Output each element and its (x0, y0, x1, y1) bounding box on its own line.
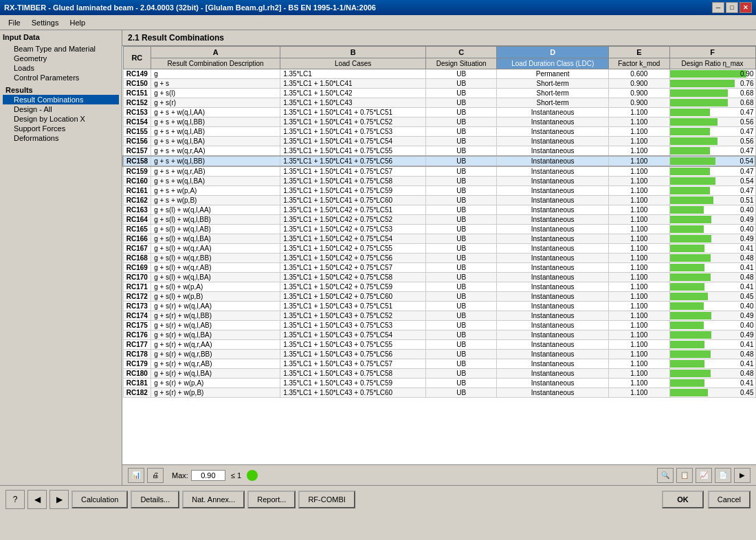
footer-view-btn-4[interactable]: 📄 (715, 468, 731, 483)
sidebar-item-loads[interactable]: Loads (3, 63, 119, 73)
cell-sit: UB (426, 117, 497, 127)
cell-kmod: 1.100 (609, 254, 669, 263)
report-button[interactable]: Report... (247, 491, 296, 508)
table-row[interactable]: RC173 g + s(r) + w(q,l,AA) 1.35*LC1 + 1.… (123, 302, 755, 311)
table-row[interactable]: RC172 g + s(l) + w(p,B) 1.35*LC1 + 1.50*… (123, 292, 755, 302)
menu-file[interactable]: File (3, 17, 26, 28)
sidebar-item-deformations[interactable]: Deformations (3, 133, 119, 143)
table-row[interactable]: RC168 g + s(l) + w(q,r,BB) 1.35*LC1 + 1.… (123, 254, 755, 263)
cell-ratio: 0.49 (669, 311, 755, 321)
cell-kmod: 1.100 (609, 205, 669, 215)
table-row[interactable]: RC162 g + s + w(p,B) 1.35*LC1 + 1.50*LC4… (123, 196, 755, 205)
cell-kmod: 1.100 (609, 263, 669, 273)
table-row[interactable]: RC163 g + s(l) + w(q,l,AA) 1.35*LC1 + 1.… (123, 205, 755, 215)
table-row[interactable]: RC156 g + s + w(q,l,BA) 1.35*LC1 + 1.50*… (123, 137, 755, 146)
close-button[interactable]: ✕ (740, 2, 752, 13)
sidebar-item-geometry[interactable]: Geometry (3, 54, 119, 63)
maximize-button[interactable]: □ (726, 2, 738, 13)
table-row[interactable]: RC175 g + s(r) + w(q,l,AB) 1.35*LC1 + 1.… (123, 321, 755, 330)
table-row[interactable]: RC158 g + s + w(q,l,BB) 1.35*LC1 + 1.50*… (123, 156, 755, 166)
menu-help[interactable]: Help (64, 17, 91, 28)
cell-lc: 1.35*LC1 + 1.50*LC41 + 0.75*LC56 (280, 156, 426, 166)
sidebar-item-result-combinations[interactable]: Result Combinations (3, 95, 119, 104)
sidebar-item-design-by-location[interactable]: Design by Location X (3, 114, 119, 124)
table-row[interactable]: RC176 g + s(r) + w(q,l,BA) 1.35*LC1 + 1.… (123, 330, 755, 340)
cell-ratio: 0.45 (669, 388, 755, 398)
table-row[interactable]: RC149 g 1.35*LC1 UB Permanent 0.600 0.90 (123, 69, 755, 79)
cell-ratio: 0.48 (669, 350, 755, 359)
table-row[interactable]: RC155 g + s + w(q,l,AB) 1.35*LC1 + 1.50*… (123, 127, 755, 137)
cell-ldc: Instantaneous (497, 177, 609, 186)
cell-rc: RC153 (123, 108, 151, 117)
cell-desc: g + s(l) + w(q,l,BA) (151, 234, 280, 244)
table-row[interactable]: RC153 g + s + w(q,l,AA) 1.35*LC1 + 1.50*… (123, 108, 755, 117)
table-row[interactable]: RC181 g + s(r) + w(p,A) 1.35*LC1 + 1.50*… (123, 379, 755, 388)
cell-ldc: Instantaneous (497, 340, 609, 350)
nat-annex-button[interactable]: Nat. Annex... (182, 491, 245, 508)
cell-ratio: 0.40 (669, 225, 755, 234)
cell-rc: RC172 (123, 292, 151, 302)
bottom-bar: ? ◀ ▶ Calculation Details... Nat. Annex.… (0, 485, 756, 513)
table-row[interactable]: RC171 g + s(l) + w(p,A) 1.35*LC1 + 1.50*… (123, 282, 755, 292)
footer-view-btn-1[interactable]: 🔍 (657, 468, 674, 483)
bottom-icon-1[interactable]: ? (5, 490, 25, 509)
bottom-icon-2[interactable]: ◀ (27, 490, 47, 509)
rf-combi-button[interactable]: RF-COMBI (298, 491, 355, 508)
cell-ldc: Instantaneous (497, 388, 609, 398)
cell-rc: RC168 (123, 254, 151, 263)
cell-kmod: 1.100 (609, 302, 669, 311)
table-row[interactable]: RC180 g + s(r) + w(q,l,BA) 1.35*LC1 + 1.… (123, 369, 755, 379)
cancel-button[interactable]: Cancel (708, 491, 751, 508)
cell-rc: RC154 (123, 117, 151, 127)
footer-view-btn-2[interactable]: 📋 (676, 468, 693, 483)
sidebar-item-control-params[interactable]: Control Parameters (3, 73, 119, 82)
details-button[interactable]: Details... (131, 491, 179, 508)
table-row[interactable]: RC174 g + s(r) + w(q,l,BB) 1.35*LC1 + 1.… (123, 311, 755, 321)
sidebar-item-design-all[interactable]: Design - All (3, 104, 119, 114)
table-row[interactable]: RC178 g + s(r) + w(q,r,BB) 1.35*LC1 + 1.… (123, 350, 755, 359)
table-row[interactable]: RC164 g + s(l) + w(q,l,BB) 1.35*LC1 + 1.… (123, 215, 755, 225)
cell-rc: RC175 (123, 321, 151, 330)
cell-desc: g + s(l) + w(q,r,AB) (151, 263, 280, 273)
table-row[interactable]: RC160 g + s + w(q,l,BA) 1.35*LC1 + 1.50*… (123, 177, 755, 186)
table-row[interactable]: RC165 g + s(l) + w(q,l,AB) 1.35*LC1 + 1.… (123, 225, 755, 234)
table-row[interactable]: RC157 g + s + w(q,r,AA) 1.35*LC1 + 1.50*… (123, 146, 755, 157)
footer-btn-2[interactable]: 🖨 (147, 468, 164, 483)
table-row[interactable]: RC179 g + s(r) + w(q,r,AB) 1.35*LC1 + 1.… (123, 359, 755, 369)
calculation-button[interactable]: Calculation (71, 491, 128, 508)
cell-ratio: 0.41 (669, 282, 755, 292)
cell-ratio: 0.49 (669, 215, 755, 225)
footer-btn-1[interactable]: 📊 (128, 468, 144, 483)
table-row[interactable]: RC166 g + s(l) + w(q,l,BA) 1.35*LC1 + 1.… (123, 234, 755, 244)
table-row[interactable]: RC167 g + s(l) + w(q,r,AA) 1.35*LC1 + 1.… (123, 244, 755, 254)
table-row[interactable]: RC161 g + s + w(p,A) 1.35*LC1 + 1.50*LC4… (123, 186, 755, 196)
cell-lc: 1.35*LC1 + 1.50*LC41 + 0.75*LC57 (280, 166, 426, 177)
table-row[interactable]: RC159 g + s + w(q,r,AB) 1.35*LC1 + 1.50*… (123, 166, 755, 177)
table-row[interactable]: RC177 g + s(r) + w(q,r,AA) 1.35*LC1 + 1.… (123, 340, 755, 350)
footer-view-btn-3[interactable]: 📈 (696, 468, 712, 483)
table-container[interactable]: RC A B C D E F Result Combination Descri… (122, 46, 756, 464)
table-row[interactable]: RC154 g + s + w(q,l,BB) 1.35*LC1 + 1.50*… (123, 117, 755, 127)
cell-lc: 1.35*LC1 + 1.50*LC43 + 0.75*LC57 (280, 359, 426, 369)
table-row[interactable]: RC151 g + s(l) 1.35*LC1 + 1.50*LC42 UB S… (123, 89, 755, 98)
cell-sit: UB (426, 254, 497, 263)
table-row[interactable]: RC170 g + s(l) + w(q,l,BA) 1.35*LC1 + 1.… (123, 273, 755, 282)
sidebar-item-support-forces[interactable]: Support Forces (3, 124, 119, 133)
cell-desc: g + s(l) + w(q,l,BA) (151, 273, 280, 282)
minimize-button[interactable]: ─ (712, 2, 724, 13)
sidebar-item-beam-type[interactable]: Beam Type and Material (3, 44, 119, 54)
cell-desc: g + s(r) + w(p,B) (151, 388, 280, 398)
menu-settings[interactable]: Settings (26, 17, 65, 28)
table-row[interactable]: RC150 g + s 1.35*LC1 + 1.50*LC41 UB Shor… (123, 79, 755, 89)
cell-ratio: 0.47 (669, 146, 755, 157)
cell-ratio: 0.40 (669, 205, 755, 215)
ok-button[interactable]: OK (662, 491, 704, 508)
table-row[interactable]: RC152 g + s(r) 1.35*LC1 + 1.50*LC43 UB S… (123, 98, 755, 108)
cell-kmod: 1.100 (609, 369, 669, 379)
cell-ratio: 0.41 (669, 359, 755, 369)
table-row[interactable]: RC182 g + s(r) + w(p,B) 1.35*LC1 + 1.50*… (123, 388, 755, 398)
cell-ldc: Instantaneous (497, 359, 609, 369)
table-row[interactable]: RC169 g + s(l) + w(q,r,AB) 1.35*LC1 + 1.… (123, 263, 755, 273)
footer-view-btn-5[interactable]: ▶ (734, 468, 751, 483)
bottom-icon-3[interactable]: ▶ (49, 490, 69, 509)
